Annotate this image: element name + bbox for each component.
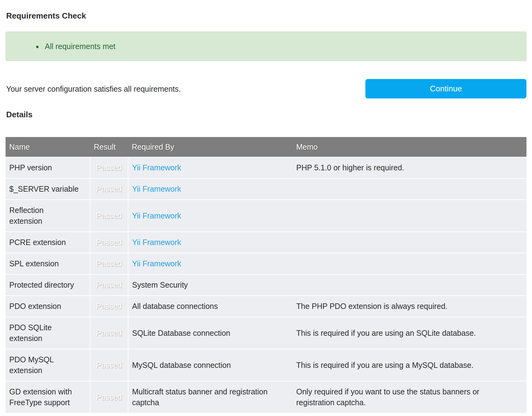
requirement-name: Reflection extension: [9, 206, 44, 225]
table-row: Reflection extensionPassedYii Framework: [6, 200, 526, 232]
table-row: PDO extensionPassedAll database connecti…: [6, 296, 526, 317]
requirement-name: SPL extension: [9, 259, 59, 268]
continue-button[interactable]: Continue: [365, 79, 526, 98]
memo-cell: The PHP PDO extension is always required…: [293, 296, 526, 317]
result-badge: Passed: [90, 274, 128, 296]
memo-cell: Only required if you want to use the sta…: [293, 381, 526, 413]
column-header-required-by: Required By: [128, 137, 293, 157]
column-header-name: Name: [6, 137, 90, 157]
required-by-link[interactable]: Yii Framework: [132, 259, 181, 268]
name-cell: Protected directory: [6, 274, 90, 296]
table-row: PCRE extensionPassedYii Framework: [6, 232, 526, 253]
memo-text: Only required if you want to use the sta…: [296, 387, 479, 407]
page-title: Requirements Check: [6, 11, 526, 20]
required-by-link[interactable]: Yii Framework: [132, 163, 181, 172]
alert-item: All requirements met: [43, 42, 520, 51]
requirement-name: $_SERVER variable: [9, 185, 79, 193]
required-by-cell: Yii Framework: [128, 178, 293, 200]
name-cell: PCRE extension: [6, 232, 90, 253]
success-alert: All requirements met: [6, 31, 526, 61]
requirement-name: GD extension with FreeType support: [9, 387, 72, 407]
name-cell: Reflection extension: [6, 200, 90, 232]
required-by-cell: SQLite Database connection: [128, 317, 293, 349]
required-by-link[interactable]: Yii Framework: [132, 238, 181, 247]
name-cell: $_SERVER variable: [6, 178, 90, 200]
table-row: PDO SQLite extensionPassedSQLite Databas…: [6, 317, 526, 349]
memo-cell: [293, 200, 526, 232]
required-by-text: Multicraft status banner and registratio…: [132, 387, 268, 407]
table-row: PDO MySQL extensionPassedMySQL database …: [6, 349, 526, 381]
memo-cell: [293, 178, 526, 200]
required-by-text: System Security: [132, 281, 188, 289]
memo-cell: [293, 232, 526, 253]
table-row: PHP versionPassedYii FrameworkPHP 5.1.0 …: [6, 157, 526, 178]
result-badge: Passed: [90, 232, 128, 253]
memo-cell: PHP 5.1.0 or higher is required.: [293, 157, 526, 178]
memo-text: The PHP PDO extension is always required…: [296, 302, 447, 310]
name-cell: PDO SQLite extension: [6, 317, 90, 349]
column-header-result: Result: [90, 137, 128, 157]
required-by-cell: MySQL database connection: [128, 349, 293, 381]
memo-cell: [293, 274, 526, 296]
required-by-cell: Multicraft status banner and registratio…: [128, 381, 293, 413]
required-by-text: MySQL database connection: [132, 361, 231, 369]
memo-cell: This is required if you are using a MySQ…: [293, 349, 526, 381]
name-cell: PDO extension: [6, 296, 90, 317]
required-by-cell: Yii Framework: [128, 157, 293, 178]
requirement-name: PCRE extension: [9, 238, 66, 247]
table-row: SPL extensionPassedYii Framework: [6, 253, 526, 274]
result-badge: Passed: [90, 296, 128, 317]
result-badge: Passed: [90, 317, 128, 349]
result-badge: Passed: [90, 200, 128, 232]
requirement-name: Protected directory: [9, 281, 74, 289]
requirement-name: PDO SQLite extension: [9, 323, 52, 343]
result-badge: Passed: [90, 178, 128, 200]
required-by-cell: Yii Framework: [128, 200, 293, 232]
memo-text: PHP 5.1.0 or higher is required.: [296, 163, 404, 172]
memo-cell: [293, 253, 526, 274]
name-cell: GD extension with FreeType support: [6, 381, 90, 413]
requirement-name: PDO MySQL extension: [9, 355, 54, 375]
result-badge: Passed: [90, 157, 128, 178]
name-cell: PDO MySQL extension: [6, 349, 90, 381]
action-row: Your server configuration satisfies all …: [6, 79, 526, 98]
memo-cell: This is required if you are using an SQL…: [293, 317, 526, 349]
table-header-row: Name Result Required By Memo: [6, 137, 526, 157]
table-row: GD extension with FreeType supportPassed…: [6, 381, 526, 413]
result-badge: Passed: [90, 349, 128, 381]
name-cell: PHP version: [6, 157, 90, 178]
details-title: Details: [6, 110, 526, 119]
memo-text: This is required if you are using an SQL…: [296, 329, 476, 337]
memo-text: This is required if you are using a MySQ…: [296, 361, 473, 369]
required-by-cell: System Security: [128, 274, 293, 296]
column-header-memo: Memo: [293, 137, 526, 157]
requirements-table: Name Result Required By Memo PHP version…: [6, 137, 526, 414]
result-badge: Passed: [90, 253, 128, 274]
alert-list: All requirements met: [12, 42, 520, 51]
requirement-name: PHP version: [9, 163, 52, 172]
status-message: Your server configuration satisfies all …: [6, 84, 181, 94]
required-by-cell: Yii Framework: [128, 253, 293, 274]
table-row: Protected directoryPassedSystem Security: [6, 274, 526, 296]
required-by-link[interactable]: Yii Framework: [132, 211, 181, 220]
result-badge: Passed: [90, 381, 128, 413]
required-by-link[interactable]: Yii Framework: [132, 185, 181, 193]
requirement-name: PDO extension: [9, 302, 61, 310]
name-cell: SPL extension: [6, 253, 90, 274]
required-by-cell: Yii Framework: [128, 232, 293, 253]
required-by-text: SQLite Database connection: [132, 329, 230, 337]
required-by-text: All database connections: [132, 302, 218, 310]
required-by-cell: All database connections: [128, 296, 293, 317]
table-row: $_SERVER variablePassedYii Framework: [6, 178, 526, 200]
